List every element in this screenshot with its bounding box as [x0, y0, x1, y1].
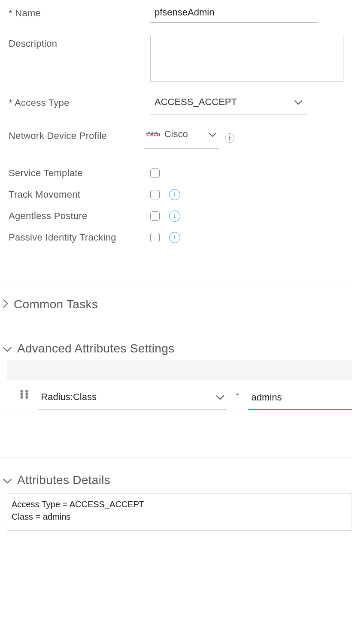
- attribute-name-value: Radius:Class: [41, 391, 97, 403]
- access-type-label: * Access Type: [9, 94, 150, 108]
- chevron-down-icon: [3, 342, 12, 355]
- name-label: * Name: [9, 4, 150, 19]
- chevron-down-icon: [209, 129, 216, 140]
- info-icon[interactable]: i: [169, 211, 180, 222]
- track-movement-label: Track Movement: [9, 189, 150, 200]
- advanced-attributes-header[interactable]: Advanced Attributes Settings: [0, 326, 352, 361]
- chevron-right-icon: [3, 298, 9, 311]
- advanced-attributes-table-header: [7, 361, 352, 379]
- attribute-value-input[interactable]: [248, 388, 352, 410]
- agentless-posture-checkbox[interactable]: [150, 211, 160, 221]
- access-type-value: ACCESS_ACCEPT: [155, 96, 237, 108]
- common-tasks-title: Common Tasks: [14, 298, 98, 311]
- chevron-down-icon: [216, 391, 225, 403]
- info-icon[interactable]: i: [169, 189, 180, 200]
- common-tasks-header[interactable]: Common Tasks: [0, 282, 352, 326]
- drag-handle-icon[interactable]: ●●●●●●: [20, 389, 30, 408]
- chevron-down-icon: [294, 96, 303, 108]
- attributes-details-line: Access Type = ACCESS_ACCEPT: [12, 500, 347, 509]
- cisco-logo-icon: ıılıılıı CISCO: [146, 132, 160, 137]
- advanced-attributes-title: Advanced Attributes Settings: [17, 342, 174, 355]
- service-template-checkbox[interactable]: [150, 169, 160, 178]
- passive-identity-tracking-label: Passive Identity Tracking: [9, 232, 150, 243]
- access-type-select[interactable]: ACCESS_ACCEPT: [150, 94, 307, 115]
- attributes-details-box: Access Type = ACCESS_ACCEPT Class = admi…: [7, 493, 352, 531]
- attribute-name-select[interactable]: Radius:Class: [38, 387, 227, 410]
- chevron-down-icon: [3, 473, 12, 487]
- add-profile-icon[interactable]: [225, 133, 234, 143]
- network-device-profile-select[interactable]: ıılıılıı CISCO Cisco: [144, 127, 219, 149]
- attributes-details-header[interactable]: Attributes Details: [0, 458, 352, 493]
- service-template-label: Service Template: [9, 168, 150, 179]
- description-input[interactable]: [150, 35, 343, 82]
- name-input[interactable]: [150, 4, 318, 23]
- attributes-details-title: Attributes Details: [17, 473, 110, 487]
- advanced-attribute-row: ●●●●●● Radius:Class =: [7, 379, 352, 410]
- track-movement-checkbox[interactable]: [150, 190, 160, 199]
- network-device-profile-label: Network Device Profile: [9, 127, 144, 141]
- passive-identity-tracking-checkbox[interactable]: [150, 233, 160, 242]
- agentless-posture-label: Agentless Posture: [9, 211, 150, 222]
- network-device-profile-value: Cisco: [164, 129, 188, 140]
- description-label: Description: [9, 35, 150, 49]
- attributes-details-line: Class = admins: [12, 512, 347, 522]
- info-icon[interactable]: i: [169, 232, 180, 243]
- equals-operator: =: [236, 391, 239, 407]
